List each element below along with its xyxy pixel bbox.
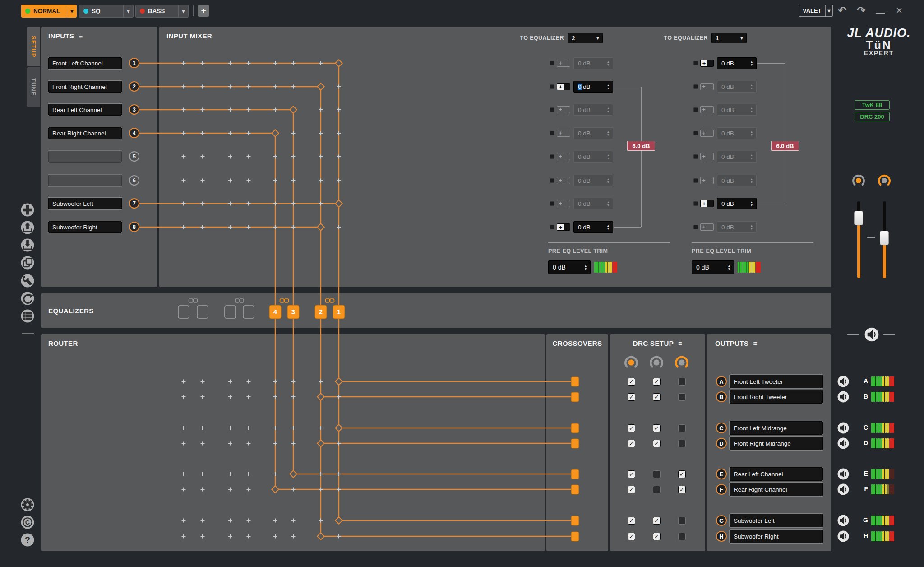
spinner-arrows-icon[interactable]: ▲▼ bbox=[581, 264, 590, 270]
mixer-mute-box[interactable] bbox=[550, 107, 554, 112]
spinner-arrows-icon[interactable]: ▲▼ bbox=[604, 60, 613, 66]
input-name-field[interactable]: Front Right Channel bbox=[48, 81, 122, 93]
mixer-mute-box[interactable] bbox=[693, 61, 698, 65]
mixer-gain-spinner[interactable]: 0 dB▲▼ bbox=[717, 127, 757, 139]
drc-checkbox[interactable] bbox=[678, 378, 686, 386]
output-mute-speaker-icon[interactable] bbox=[837, 483, 849, 495]
output-mute-speaker-icon[interactable] bbox=[837, 530, 849, 542]
pre-eq-trim-spinner[interactable]: 0 dB▲▼ bbox=[548, 260, 591, 274]
volume-slider-handle[interactable] bbox=[880, 231, 889, 245]
input-number-badge[interactable]: 6 bbox=[129, 175, 139, 186]
outputs-menu-icon[interactable]: ≡ bbox=[753, 339, 757, 347]
mixer-mute-box[interactable] bbox=[550, 84, 554, 89]
drc-knob-icon[interactable] bbox=[624, 356, 638, 369]
drc-checkbox[interactable]: ✓ bbox=[628, 517, 635, 525]
mixer-mute-box[interactable] bbox=[550, 131, 554, 135]
redo-button[interactable]: ↷ bbox=[855, 5, 868, 17]
output-letter-badge[interactable]: A bbox=[716, 376, 727, 387]
preset-list-icon[interactable] bbox=[21, 309, 34, 323]
output-name-field[interactable]: Subwoofer Left bbox=[730, 514, 823, 527]
polarity-toggle[interactable]: + bbox=[700, 106, 714, 113]
mixer-mute-box[interactable] bbox=[550, 154, 554, 159]
output-letter-badge[interactable]: B bbox=[716, 391, 727, 402]
mixer-gain-spinner[interactable]: 0 dB▲▼ bbox=[573, 175, 613, 186]
drc-checkbox[interactable]: ✓ bbox=[628, 470, 635, 478]
spinner-arrows-icon[interactable]: ▲▼ bbox=[747, 153, 756, 160]
mixer-mute-box[interactable] bbox=[693, 201, 698, 206]
spinner-arrows-icon[interactable]: ▲▼ bbox=[747, 177, 756, 184]
input-name-field[interactable]: Rear Right Channel bbox=[48, 127, 122, 139]
polarity-toggle[interactable]: + bbox=[557, 106, 570, 113]
volume-slider-handle[interactable] bbox=[854, 211, 863, 225]
inputs-menu-icon[interactable]: ≡ bbox=[79, 32, 83, 40]
input-name-field[interactable]: Subwoofer Left bbox=[48, 198, 122, 209]
drc-checkbox[interactable]: ✓ bbox=[653, 378, 661, 386]
spinner-arrows-icon[interactable]: ▲▼ bbox=[604, 84, 613, 90]
master-knob-icon[interactable] bbox=[852, 174, 865, 187]
output-mute-speaker-icon[interactable] bbox=[837, 376, 849, 387]
settings-icon[interactable] bbox=[21, 498, 34, 511]
mixer-gain-spinner[interactable]: 0 dB▲▼ bbox=[573, 81, 613, 93]
spinner-arrows-icon[interactable]: ▲▼ bbox=[604, 130, 613, 136]
chevron-down-icon[interactable]: ▼ bbox=[67, 5, 77, 18]
input-number-badge[interactable]: 7 bbox=[129, 198, 139, 209]
chevron-down-icon[interactable]: ▼ bbox=[737, 36, 746, 41]
output-name-field[interactable]: Rear Left Channel bbox=[730, 467, 823, 481]
copy-icon[interactable] bbox=[21, 256, 34, 270]
mixer-mute-box[interactable] bbox=[550, 201, 554, 206]
mixer-gain-spinner[interactable]: 0 dB▲▼ bbox=[717, 81, 757, 93]
drc-knob-icon[interactable] bbox=[675, 356, 688, 369]
about-icon[interactable]: C bbox=[21, 516, 34, 529]
input-number-badge[interactable]: 3 bbox=[129, 104, 139, 115]
mixer-gain-spinner[interactable]: 0 dB▲▼ bbox=[717, 175, 757, 186]
mixer-mute-box[interactable] bbox=[693, 107, 698, 112]
polarity-toggle[interactable]: + bbox=[557, 153, 570, 160]
drc-checkbox[interactable] bbox=[678, 517, 686, 525]
chevron-down-icon[interactable]: ▼ bbox=[593, 36, 602, 41]
spinner-arrows-icon[interactable]: ▲▼ bbox=[604, 200, 613, 207]
polarity-toggle[interactable]: + bbox=[700, 60, 714, 67]
mixer-gain-spinner[interactable]: 0 dB▲▼ bbox=[573, 57, 613, 69]
output-name-field[interactable]: Front Left Midrange bbox=[730, 421, 823, 435]
spinner-arrows-icon[interactable]: ▲▼ bbox=[725, 264, 734, 270]
spinner-arrows-icon[interactable]: ▲▼ bbox=[747, 200, 756, 207]
output-mute-speaker-icon[interactable] bbox=[837, 468, 849, 480]
drc-checkbox[interactable]: ✓ bbox=[628, 393, 635, 401]
chevron-down-icon[interactable]: ▼ bbox=[123, 5, 133, 17]
device-button-twk88[interactable]: TwK 88 bbox=[855, 100, 890, 110]
drc-knob-icon[interactable] bbox=[650, 356, 663, 369]
drc-checkbox[interactable]: ✓ bbox=[653, 393, 661, 401]
minimize-button[interactable]: — bbox=[873, 5, 887, 17]
mixer-mute-box[interactable] bbox=[693, 178, 698, 183]
drc-checkbox[interactable]: ✓ bbox=[653, 517, 661, 525]
undo-button[interactable]: ↶ bbox=[836, 5, 849, 17]
mixer-mute-box[interactable] bbox=[550, 225, 554, 229]
polarity-toggle[interactable]: + bbox=[557, 60, 570, 67]
spinner-arrows-icon[interactable]: ▲▼ bbox=[747, 60, 756, 66]
mixer-gain-spinner[interactable]: 0 dB▲▼ bbox=[717, 57, 757, 69]
polarity-toggle[interactable]: + bbox=[557, 83, 570, 90]
drc-checkbox[interactable]: ✓ bbox=[628, 486, 635, 493]
mixer-gain-spinner[interactable]: 0 dB▲▼ bbox=[573, 221, 613, 233]
drc-checkbox[interactable]: ✓ bbox=[628, 378, 635, 386]
mixer-gain-spinner[interactable]: 0 dB▲▼ bbox=[717, 151, 757, 163]
output-mute-speaker-icon[interactable] bbox=[837, 391, 849, 403]
mixer-gain-spinner[interactable]: 0 dB▲▼ bbox=[717, 104, 757, 116]
drc-setup-menu-icon[interactable]: ≡ bbox=[678, 339, 682, 347]
mixer-gain-spinner[interactable]: 0 dB▲▼ bbox=[573, 127, 613, 139]
drc-checkbox[interactable] bbox=[678, 393, 686, 401]
input-name-field[interactable] bbox=[48, 151, 122, 163]
output-name-field[interactable]: Subwoofer Right bbox=[730, 530, 823, 543]
help-icon[interactable]: ? bbox=[21, 533, 34, 547]
drc-master-knob-icon[interactable] bbox=[878, 174, 891, 187]
mixer-mute-box[interactable] bbox=[550, 178, 554, 183]
drc-checkbox[interactable] bbox=[653, 486, 661, 493]
preset-tab-bass[interactable]: BASS▼ bbox=[135, 5, 189, 18]
output-name-field[interactable]: Front Right Midrange bbox=[730, 437, 823, 450]
chevron-down-icon[interactable]: ▼ bbox=[825, 5, 832, 16]
output-mute-speaker-icon[interactable] bbox=[837, 437, 849, 449]
pre-eq-trim-spinner[interactable]: 0 dB▲▼ bbox=[692, 260, 734, 274]
output-letter-badge[interactable]: G bbox=[716, 515, 727, 526]
add-icon[interactable] bbox=[21, 203, 34, 217]
drc-checkbox[interactable]: ✓ bbox=[628, 440, 635, 447]
